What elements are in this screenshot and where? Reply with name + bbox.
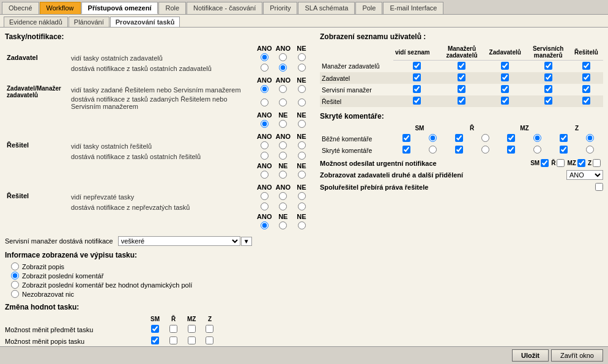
r1-r3-ne[interactable] — [298, 171, 306, 179]
r2-r3-ano2[interactable] — [279, 221, 287, 229]
hc-bezne-mz-check[interactable] — [507, 134, 515, 142]
tab-role[interactable]: Role — [158, 2, 186, 14]
info-radio-2[interactable] — [11, 272, 19, 280]
hc-skryte-z-radio[interactable] — [586, 146, 594, 154]
r1-r2-ano1[interactable] — [261, 152, 269, 160]
tab-obecne[interactable]: Obecné — [2, 2, 39, 14]
urgent-r-check[interactable] — [557, 159, 565, 167]
r2-r1-ano1[interactable] — [261, 192, 269, 200]
urgent-mz-check[interactable] — [577, 159, 585, 167]
ul-sm-vidi[interactable] — [413, 85, 421, 93]
zadavatel-r2-ano1[interactable] — [261, 64, 269, 72]
ul-r-vidi[interactable] — [413, 97, 421, 105]
ul-mz-mz[interactable] — [458, 62, 465, 70]
hc-bezne-z-check[interactable] — [560, 134, 568, 142]
r2-r2-ano1[interactable] — [261, 202, 269, 210]
change-r2-r[interactable] — [169, 336, 177, 344]
r2-r1-ne[interactable] — [298, 192, 306, 200]
zadavatel-r1-ne[interactable] — [298, 53, 306, 61]
ul-r-mz[interactable] — [458, 97, 465, 105]
zm-r2-ano2[interactable] — [279, 98, 287, 106]
ul-z-z[interactable] — [501, 73, 509, 81]
r2-r3-ne[interactable] — [298, 221, 306, 229]
spolu-resitel-check[interactable] — [595, 183, 603, 191]
urgent-z-check[interactable] — [593, 159, 601, 167]
zm-r1-ano2[interactable] — [279, 85, 287, 93]
tab-sla[interactable]: SLA schémata — [298, 2, 355, 14]
sm-notif-select[interactable]: veškeré pouze přiřazené žádné — [118, 236, 240, 246]
change-r1-z[interactable] — [206, 325, 213, 333]
r1-r1-ne[interactable] — [298, 141, 306, 149]
tab-email[interactable]: E-mail Interface — [383, 2, 443, 14]
ul-sm-mz[interactable] — [458, 85, 465, 93]
ul-mz-r[interactable] — [582, 62, 590, 70]
hc-bezne-r-check[interactable] — [455, 134, 463, 142]
tab-planovani[interactable]: Plánování — [69, 17, 109, 27]
info-radio-4[interactable] — [11, 290, 19, 298]
change-r2-mz[interactable] — [188, 336, 196, 344]
ul-sm-r[interactable] — [582, 85, 590, 93]
change-r1-r[interactable] — [169, 325, 177, 333]
ul-sm-sm[interactable] — [544, 85, 552, 93]
info-radio-1[interactable] — [11, 262, 19, 270]
r1-r1-ano2[interactable] — [279, 141, 287, 149]
r2-r3-ano1[interactable] — [261, 221, 269, 229]
hc-bezne-z-radio[interactable] — [586, 134, 594, 142]
hc-skryte-mz-radio[interactable] — [533, 146, 541, 154]
hc-skryte-r-check[interactable] — [455, 146, 463, 154]
r2-r2-ano2[interactable] — [279, 202, 287, 210]
zadavatel-r2-ne[interactable] — [298, 64, 306, 72]
change-r1-mz[interactable] — [188, 325, 196, 333]
hc-skryte-mz-check[interactable] — [507, 146, 515, 154]
ul-r-sm[interactable] — [544, 97, 552, 105]
ul-sm-z[interactable] — [501, 85, 509, 93]
tab-pristupova-omezeni[interactable]: Přístupová omezení — [81, 2, 158, 14]
hc-skryte-sm-radio[interactable] — [429, 146, 437, 154]
save-button[interactable]: Uložit — [512, 349, 549, 362]
hc-bezne-r-radio[interactable] — [481, 134, 489, 142]
zadavatel-r1-ano1[interactable] — [261, 53, 269, 61]
zm-r3-ne[interactable] — [298, 120, 306, 128]
ul-z-vidi[interactable] — [413, 73, 421, 81]
zadavatel-r1-ano2[interactable] — [279, 53, 287, 61]
hc-bezne-sm-check[interactable] — [402, 134, 410, 142]
zm-r3-ano1[interactable] — [261, 120, 269, 128]
r1-r1-ano1[interactable] — [261, 141, 269, 149]
tab-workflow[interactable]: Workflow — [40, 2, 81, 14]
zm-r1-ne[interactable] — [298, 85, 306, 93]
second-assign-select[interactable]: ANO NE — [566, 170, 603, 180]
tab-priority[interactable]: Priority — [263, 2, 297, 14]
tab-evidence-nakladu[interactable]: Evidence nákladů — [4, 17, 68, 27]
ul-r-z[interactable] — [501, 97, 509, 105]
r1-r2-ano2[interactable] — [279, 152, 287, 160]
zm-r3-ano2[interactable] — [279, 120, 287, 128]
change-r2-sm[interactable] — [151, 336, 159, 344]
zm-r1-ano1[interactable] — [261, 85, 269, 93]
r2-r1-ano2[interactable] — [279, 192, 287, 200]
urgent-sm-check[interactable] — [541, 159, 549, 167]
zm-r2-ano1[interactable] — [261, 98, 269, 106]
change-r1-sm[interactable] — [151, 325, 159, 333]
r1-r3-ano2[interactable] — [279, 171, 287, 179]
zadavatel-r2-ano2[interactable] — [279, 64, 287, 72]
hc-bezne-mz-radio[interactable] — [533, 134, 541, 142]
hc-bezne-sm-radio[interactable] — [429, 134, 437, 142]
hc-skryte-z-check[interactable] — [560, 146, 568, 154]
tab-pole[interactable]: Pole — [355, 2, 382, 14]
r2-r2-ne[interactable] — [298, 202, 306, 210]
change-r2-z[interactable] — [206, 336, 213, 344]
r1-r3-ano1[interactable] — [261, 171, 269, 179]
info-radio-3[interactable] — [11, 281, 19, 289]
ul-mz-sm[interactable] — [544, 62, 552, 70]
tab-provazovani[interactable]: Provazování tasků — [110, 17, 180, 27]
ul-mz-vidi[interactable] — [413, 62, 421, 70]
ul-r-r[interactable] — [582, 97, 590, 105]
ul-z-r[interactable] — [582, 73, 590, 81]
close-button[interactable]: Zavřít okno — [551, 349, 603, 362]
ul-mz-z[interactable] — [501, 62, 509, 70]
zm-r2-ne[interactable] — [298, 98, 306, 106]
ul-z-sm[interactable] — [544, 73, 552, 81]
hc-skryte-r-radio[interactable] — [481, 146, 489, 154]
ul-z-mz[interactable] — [458, 73, 465, 81]
hc-skryte-sm-check[interactable] — [402, 146, 410, 154]
